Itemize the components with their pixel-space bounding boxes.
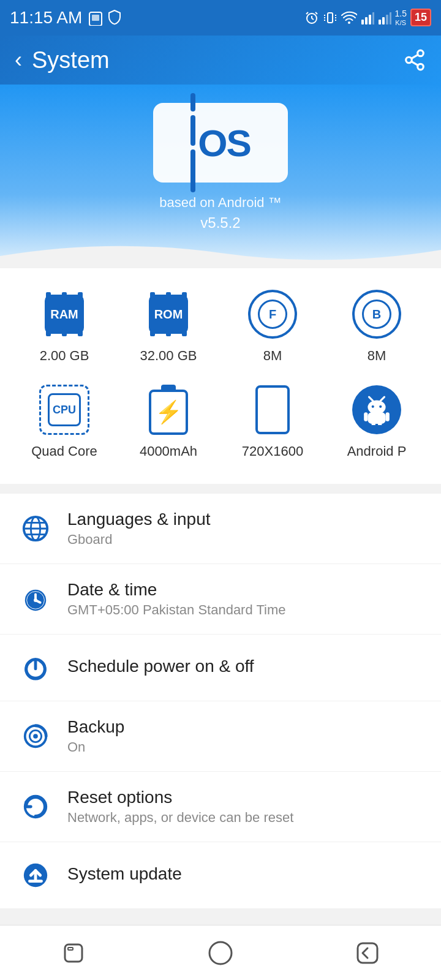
datetime-icon	[18, 582, 53, 616]
speed-text: 1.5 K/S	[395, 9, 407, 27]
svg-line-5	[306, 12, 308, 14]
spec-cpu: CPU Quad Core	[18, 382, 110, 459]
svg-line-27	[412, 55, 418, 58]
svg-rect-57	[65, 944, 82, 962]
cpu-icon-container: CPU	[37, 382, 92, 437]
alarm-icon	[304, 10, 319, 25]
battery-level: 15	[415, 11, 427, 24]
android-robot-icon	[361, 394, 392, 425]
header-left: ‹ System	[15, 47, 110, 74]
svg-point-30	[379, 405, 382, 408]
svg-rect-58	[68, 948, 73, 950]
os-logo: OS	[153, 103, 288, 183]
version-text: v5.5.2	[200, 214, 240, 232]
power-icon	[18, 650, 53, 685]
back-button[interactable]: ‹	[15, 47, 22, 73]
svg-rect-18	[372, 12, 374, 24]
schedule-power-title: Schedule power on & off	[67, 657, 423, 676]
menu-item-languages[interactable]: Languages & input Gboard	[0, 494, 441, 564]
backup-title: Backup	[67, 717, 423, 737]
svg-point-47	[34, 598, 37, 602]
battery-indicator: 15	[410, 9, 431, 26]
svg-rect-1	[92, 15, 99, 21]
spec-battery: ⚡ 4000mAh	[123, 382, 214, 459]
svg-point-29	[372, 405, 374, 408]
menu-section: Languages & input Gboard Date & time GMT…	[0, 494, 441, 908]
based-on-text: based on Android ™	[159, 195, 281, 211]
share-icon[interactable]	[403, 48, 426, 72]
status-left: 11:15 AM	[10, 8, 121, 28]
status-time: 11:15 AM	[10, 8, 82, 28]
display-spec-label: 720X1600	[242, 443, 303, 459]
front-camera-f-label: F	[269, 307, 276, 322]
svg-line-37	[380, 397, 384, 401]
svg-point-14	[348, 21, 350, 24]
system-update-text: System update	[67, 864, 423, 886]
back-camera-label: 8M	[368, 348, 386, 364]
svg-rect-16	[365, 17, 368, 24]
backup-icon	[18, 719, 53, 753]
svg-line-4	[312, 18, 314, 20]
rom-icon-container: ROM	[141, 287, 196, 342]
svg-rect-7	[328, 13, 333, 23]
system-update-title: System update	[67, 864, 423, 884]
shield-icon	[108, 10, 121, 26]
battery-bolt-icon: ⚡	[155, 399, 183, 425]
svg-rect-31	[368, 412, 385, 424]
rom-label: 32.00 GB	[140, 348, 197, 364]
backup-subtitle: On	[67, 739, 423, 755]
svg-rect-20	[382, 17, 385, 24]
back-camera-b-label: B	[372, 307, 381, 322]
languages-subtitle: Gboard	[67, 532, 423, 548]
battery-icon-container: ⚡	[141, 382, 196, 437]
svg-point-52	[33, 734, 38, 739]
menu-item-datetime[interactable]: Date & time GMT+05:00 Pakistan Standard …	[0, 564, 441, 635]
cpu-label: CPU	[53, 404, 76, 417]
svg-point-59	[209, 942, 232, 964]
svg-line-36	[369, 397, 373, 401]
svg-rect-17	[369, 15, 371, 24]
datetime-title: Date & time	[67, 580, 423, 600]
datetime-subtitle: GMT+05:00 Pakistan Standard Time	[67, 602, 423, 618]
os-logo-lines	[190, 93, 195, 192]
display-icon-container	[245, 382, 300, 437]
spec-rom: ROM 32.00 GB	[123, 287, 214, 364]
signal-icon-1	[361, 11, 374, 24]
svg-point-24	[406, 57, 412, 63]
svg-point-28	[368, 400, 385, 414]
backup-text: Backup On	[67, 717, 423, 755]
svg-rect-60	[358, 943, 377, 963]
android-spec-label: Android P	[347, 443, 407, 459]
svg-line-6	[315, 12, 317, 14]
os-logo-text: OS	[198, 121, 251, 165]
status-bar: 11:15 AM	[0, 0, 441, 36]
svg-rect-32	[364, 412, 368, 421]
front-camera-label: 8M	[263, 348, 282, 364]
sim-icon	[88, 10, 103, 26]
reset-title: Reset options	[67, 788, 423, 807]
header: ‹ System	[0, 36, 441, 85]
languages-icon	[18, 511, 53, 546]
nav-recent-button[interactable]	[49, 935, 98, 971]
spec-android: Android P	[331, 382, 423, 459]
languages-text: Languages & input Gboard	[67, 510, 423, 548]
reset-icon	[18, 790, 53, 824]
svg-rect-33	[386, 412, 390, 421]
menu-item-schedule-power[interactable]: Schedule power on & off	[0, 635, 441, 701]
status-icons-left	[88, 10, 121, 26]
svg-rect-21	[386, 15, 388, 24]
spec-front-camera: F 8M	[227, 287, 318, 364]
ram-icon-container: RAM	[37, 287, 92, 342]
bottom-nav	[0, 925, 441, 980]
page-title: System	[32, 47, 110, 74]
battery-spec-label: 4000mAh	[140, 443, 197, 459]
vibrate-icon	[323, 10, 337, 25]
schedule-power-text: Schedule power on & off	[67, 657, 423, 679]
menu-item-backup[interactable]: Backup On	[0, 701, 441, 772]
specs-row-1: RAM	[12, 287, 429, 364]
back-camera-icon-container: B	[349, 287, 404, 342]
nav-home-button[interactable]	[196, 935, 245, 971]
nav-back-button[interactable]	[343, 935, 392, 971]
menu-item-reset[interactable]: Reset options Network, apps, or device c…	[0, 772, 441, 842]
menu-item-system-update[interactable]: System update	[0, 842, 441, 908]
